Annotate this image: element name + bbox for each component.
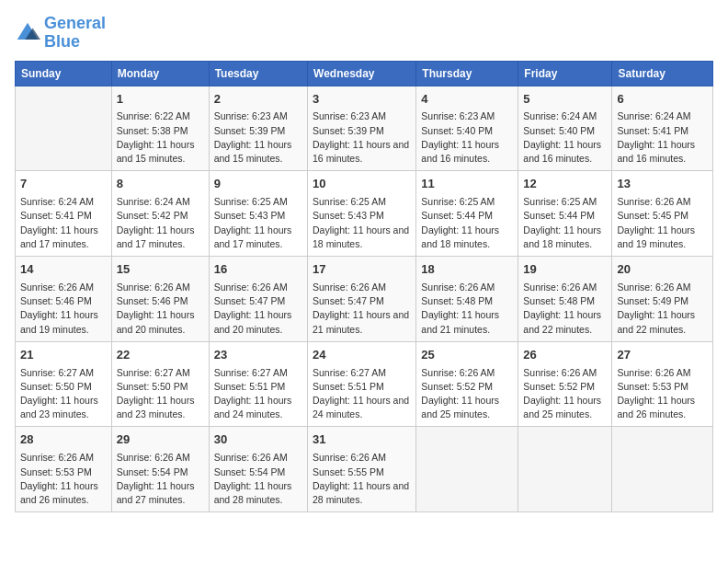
calendar-cell: 8Sunrise: 6:24 AMSunset: 5:42 PMDaylight… [111,171,209,257]
calendar-cell: 22Sunrise: 6:27 AMSunset: 5:50 PMDayligh… [111,341,209,427]
calendar-cell: 12Sunrise: 6:25 AMSunset: 5:44 PMDayligh… [518,171,612,257]
cell-content: Sunrise: 6:27 AMSunset: 5:50 PMDaylight:… [20,366,107,422]
day-number: 12 [523,176,607,193]
day-number: 7 [20,176,107,193]
day-number: 29 [117,431,204,449]
cell-content: Sunrise: 6:25 AMSunset: 5:44 PMDaylight:… [421,195,513,251]
header-row: SundayMondayTuesdayWednesdayThursdayFrid… [16,61,713,86]
calendar-cell: 11Sunrise: 6:25 AMSunset: 5:44 PMDayligh… [416,171,518,257]
day-number: 30 [214,431,302,449]
day-number: 13 [617,176,708,193]
cell-content: Sunrise: 6:26 AMSunset: 5:54 PMDaylight:… [117,451,204,507]
day-number: 4 [421,91,513,109]
day-number: 28 [20,431,107,449]
day-number: 26 [523,347,607,364]
week-row-4: 21Sunrise: 6:27 AMSunset: 5:50 PMDayligh… [16,341,713,427]
cell-content: Sunrise: 6:24 AMSunset: 5:40 PMDaylight:… [523,109,607,166]
week-row-2: 7Sunrise: 6:24 AMSunset: 5:41 PMDaylight… [16,171,713,257]
calendar-cell: 31Sunrise: 6:26 AMSunset: 5:55 PMDayligh… [308,427,416,512]
cell-content: Sunrise: 6:23 AMSunset: 5:39 PMDaylight:… [313,109,411,166]
cell-content: Sunrise: 6:26 AMSunset: 5:52 PMDaylight:… [523,366,607,422]
calendar-cell: 19Sunrise: 6:26 AMSunset: 5:48 PMDayligh… [518,257,612,342]
cell-content: Sunrise: 6:26 AMSunset: 5:53 PMDaylight:… [20,451,107,507]
calendar-cell: 5Sunrise: 6:24 AMSunset: 5:40 PMDaylight… [518,86,612,171]
logo: General Blue [15,15,106,52]
cell-content: Sunrise: 6:26 AMSunset: 5:48 PMDaylight:… [421,281,513,337]
day-number: 27 [617,347,708,364]
cell-content: Sunrise: 6:27 AMSunset: 5:51 PMDaylight:… [313,366,411,422]
day-number: 20 [617,261,708,279]
calendar-cell [612,427,713,512]
column-header-tuesday: Tuesday [209,61,307,86]
logo-icon [15,20,40,46]
cell-content: Sunrise: 6:26 AMSunset: 5:53 PMDaylight:… [617,366,708,422]
calendar-cell: 1Sunrise: 6:22 AMSunset: 5:38 PMDaylight… [111,86,209,171]
cell-content: Sunrise: 6:24 AMSunset: 5:41 PMDaylight:… [617,109,708,166]
calendar-cell: 14Sunrise: 6:26 AMSunset: 5:46 PMDayligh… [16,257,112,342]
cell-content: Sunrise: 6:23 AMSunset: 5:39 PMDaylight:… [214,109,302,166]
calendar-cell: 4Sunrise: 6:23 AMSunset: 5:40 PMDaylight… [416,86,518,171]
day-number: 18 [421,261,513,279]
cell-content: Sunrise: 6:27 AMSunset: 5:50 PMDaylight:… [117,366,204,422]
calendar-cell: 13Sunrise: 6:26 AMSunset: 5:45 PMDayligh… [612,171,713,257]
page-header: General Blue [15,15,713,52]
calendar-cell [16,86,112,171]
calendar-cell: 3Sunrise: 6:23 AMSunset: 5:39 PMDaylight… [308,86,416,171]
cell-content: Sunrise: 6:26 AMSunset: 5:46 PMDaylight:… [20,281,107,337]
cell-content: Sunrise: 6:26 AMSunset: 5:47 PMDaylight:… [214,281,302,337]
cell-content: Sunrise: 6:26 AMSunset: 5:49 PMDaylight:… [617,281,708,337]
day-number: 24 [313,347,411,364]
calendar-cell: 30Sunrise: 6:26 AMSunset: 5:54 PMDayligh… [209,427,307,512]
cell-content: Sunrise: 6:25 AMSunset: 5:43 PMDaylight:… [214,195,302,251]
calendar-cell: 10Sunrise: 6:25 AMSunset: 5:43 PMDayligh… [308,171,416,257]
column-header-monday: Monday [111,61,209,86]
day-number: 19 [523,261,607,279]
calendar-cell: 24Sunrise: 6:27 AMSunset: 5:51 PMDayligh… [308,341,416,427]
calendar-cell: 21Sunrise: 6:27 AMSunset: 5:50 PMDayligh… [16,341,112,427]
calendar-cell: 7Sunrise: 6:24 AMSunset: 5:41 PMDaylight… [16,171,112,257]
calendar-cell: 18Sunrise: 6:26 AMSunset: 5:48 PMDayligh… [416,257,518,342]
cell-content: Sunrise: 6:26 AMSunset: 5:48 PMDaylight:… [523,281,607,337]
calendar-cell: 28Sunrise: 6:26 AMSunset: 5:53 PMDayligh… [16,427,112,512]
day-number: 25 [421,347,513,364]
cell-content: Sunrise: 6:23 AMSunset: 5:40 PMDaylight:… [421,109,513,166]
calendar-cell: 29Sunrise: 6:26 AMSunset: 5:54 PMDayligh… [111,427,209,512]
cell-content: Sunrise: 6:26 AMSunset: 5:54 PMDaylight:… [214,451,302,507]
calendar-cell: 20Sunrise: 6:26 AMSunset: 5:49 PMDayligh… [612,257,713,342]
calendar-cell: 27Sunrise: 6:26 AMSunset: 5:53 PMDayligh… [612,341,713,427]
day-number: 10 [313,176,411,193]
cell-content: Sunrise: 6:26 AMSunset: 5:47 PMDaylight:… [313,281,411,337]
day-number: 2 [214,91,302,109]
column-header-friday: Friday [518,61,612,86]
day-number: 3 [313,91,411,109]
calendar-cell: 6Sunrise: 6:24 AMSunset: 5:41 PMDaylight… [612,86,713,171]
column-header-wednesday: Wednesday [308,61,416,86]
week-row-5: 28Sunrise: 6:26 AMSunset: 5:53 PMDayligh… [16,427,713,512]
cell-content: Sunrise: 6:26 AMSunset: 5:55 PMDaylight:… [313,451,411,507]
day-number: 15 [117,261,204,279]
calendar-cell [518,427,612,512]
day-number: 11 [421,176,513,193]
calendar-cell: 15Sunrise: 6:26 AMSunset: 5:46 PMDayligh… [111,257,209,342]
day-number: 9 [214,176,302,193]
cell-content: Sunrise: 6:22 AMSunset: 5:38 PMDaylight:… [117,109,204,166]
cell-content: Sunrise: 6:27 AMSunset: 5:51 PMDaylight:… [214,366,302,422]
day-number: 21 [20,347,107,364]
cell-content: Sunrise: 6:26 AMSunset: 5:46 PMDaylight:… [117,281,204,337]
cell-content: Sunrise: 6:25 AMSunset: 5:43 PMDaylight:… [313,195,411,251]
calendar-cell: 26Sunrise: 6:26 AMSunset: 5:52 PMDayligh… [518,341,612,427]
calendar-table: SundayMondayTuesdayWednesdayThursdayFrid… [15,61,713,513]
calendar-cell: 17Sunrise: 6:26 AMSunset: 5:47 PMDayligh… [308,257,416,342]
day-number: 1 [117,91,204,109]
day-number: 8 [117,176,204,193]
cell-content: Sunrise: 6:26 AMSunset: 5:52 PMDaylight:… [421,366,513,422]
cell-content: Sunrise: 6:25 AMSunset: 5:44 PMDaylight:… [523,195,607,251]
day-number: 22 [117,347,204,364]
calendar-cell: 16Sunrise: 6:26 AMSunset: 5:47 PMDayligh… [209,257,307,342]
week-row-1: 1Sunrise: 6:22 AMSunset: 5:38 PMDaylight… [16,86,713,171]
day-number: 23 [214,347,302,364]
calendar-cell [416,427,518,512]
cell-content: Sunrise: 6:26 AMSunset: 5:45 PMDaylight:… [617,195,708,251]
column-header-saturday: Saturday [612,61,713,86]
calendar-cell: 9Sunrise: 6:25 AMSunset: 5:43 PMDaylight… [209,171,307,257]
